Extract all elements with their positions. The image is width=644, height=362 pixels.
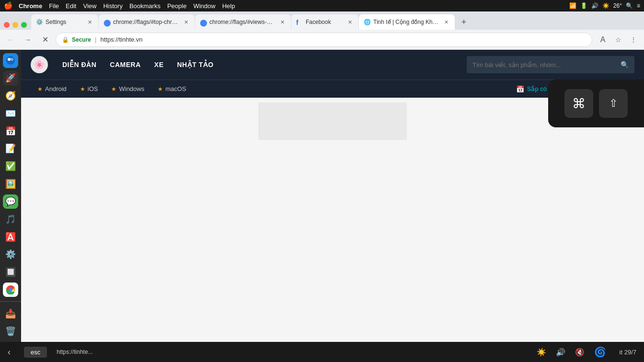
site-search-icon: 🔍	[621, 61, 629, 68]
tab-flags1-close[interactable]: ✕	[182, 18, 190, 26]
browser-content: ⌘ ⇧ 🚀 🧭 ✉️ 📅 📝 ✅ 🖼️ 💬 🎵 🅰️ ⚙️ 🔲	[0, 50, 644, 342]
bookmark-btn[interactable]: ☆	[611, 33, 625, 46]
dock-notes-icon[interactable]: 📝	[3, 141, 18, 156]
menu-people[interactable]: People	[167, 2, 186, 10]
tab-flags2-close[interactable]: ✕	[278, 18, 286, 26]
cat-ios[interactable]: ★ iOS	[73, 80, 105, 98]
dock-unknown1-icon[interactable]: 🔲	[3, 265, 18, 280]
bottom-volume-icon[interactable]: 🔊	[556, 348, 565, 357]
menu-window[interactable]: Window	[193, 2, 215, 10]
cmd-key-icon: ⌘	[564, 89, 593, 118]
cat-macos[interactable]: ★ macOS	[151, 80, 193, 98]
dock-music-icon[interactable]: 🎵	[3, 212, 18, 226]
menu-view[interactable]: View	[83, 2, 96, 10]
dock-downloads-icon[interactable]: 📥	[3, 306, 18, 321]
nav-dien-dan[interactable]: DIỄN ĐÀN	[62, 61, 96, 68]
menu-chrome[interactable]: Chrome	[19, 2, 42, 10]
bottom-brightness-icon[interactable]: ☀️	[537, 348, 546, 357]
dock-calendar-icon[interactable]: 📅	[3, 124, 18, 138]
cat-ios-label: iOS	[88, 85, 98, 92]
url-display: https://tinhte.vn	[100, 36, 142, 43]
menubar-right: 📶 🔋 🔊 ☀️ 26° 🔍 ≡	[569, 2, 640, 9]
tab-flags2-favicon: ⬤	[200, 19, 207, 25]
back-button[interactable]: ←	[4, 33, 17, 46]
tab-tinhte-favicon: 🌐	[364, 19, 370, 25]
dock-appstore-icon[interactable]: 🅰️	[3, 229, 18, 244]
dock-reminders-icon[interactable]: ✅	[3, 159, 18, 174]
brightness-icon: ☀️	[602, 2, 610, 9]
menu-history[interactable]: History	[103, 2, 122, 10]
mac-dock-sidebar: 🚀 🧭 ✉️ 📅 📝 ✅ 🖼️ 💬 🎵 🅰️ ⚙️ 🔲	[0, 50, 21, 342]
menu-edit[interactable]: Edit	[66, 2, 76, 10]
dock-chrome-icon[interactable]	[3, 283, 18, 297]
bottom-icons: ☀️ 🔊 🔇 🌀 it 29/7	[537, 346, 636, 358]
new-tab-button[interactable]: +	[457, 15, 471, 29]
nav-xe[interactable]: XE	[154, 61, 164, 68]
chrome-window: ⚙️ Settings ✕ ⬤ chrome://flags/#top-chro…	[0, 11, 644, 362]
address-bar-row: ← → ✕ 🔒 Secure | https://tinhte.vn A ☆ ⋮	[0, 30, 644, 50]
tab-settings[interactable]: ⚙️ Settings ✕	[31, 14, 98, 30]
shift-key-icon: ⇧	[599, 89, 628, 118]
keyboard-shortcut-overlay: ⌘ ⇧	[548, 79, 644, 127]
dock-systemprefs-icon[interactable]: ⚙️	[3, 247, 18, 262]
cat-windows-label: Windows	[119, 85, 144, 92]
apple-icon[interactable]: 🍎	[4, 1, 13, 10]
close-window-btn[interactable]	[4, 22, 10, 28]
wifi-icon: 📶	[569, 2, 576, 9]
dock-photos-icon[interactable]: 🖼️	[3, 177, 18, 192]
site-search-input[interactable]	[472, 61, 621, 68]
tab-tinhte[interactable]: 🌐 Tinh tế | Cộng đồng Khoa h... ✕	[359, 14, 455, 30]
tab-tinhte-close[interactable]: ✕	[442, 18, 450, 26]
bottom-mute-icon[interactable]: 🔇	[575, 348, 585, 357]
tab-flags1-title: chrome://flags/#top-chrom...	[113, 19, 179, 25]
time-display: 26°	[613, 2, 622, 9]
site-logo-icon: 🌸	[34, 59, 45, 70]
chevron-left-icon[interactable]: ‹	[8, 347, 11, 357]
dock-mail-icon[interactable]: ✉️	[3, 106, 18, 121]
dock-launchpad-icon[interactable]: 🚀	[3, 71, 18, 86]
site-logo[interactable]: 🌸	[31, 56, 48, 73]
cat-windows[interactable]: ★ Windows	[104, 80, 151, 98]
forward-button[interactable]: →	[21, 33, 34, 46]
android-star-icon: ★	[37, 86, 43, 92]
site-navbar: 🌸 DIỄN ĐÀN CAMERA XE NHẬT TẢO 🔍	[21, 50, 644, 79]
dock-safari-icon[interactable]: 🧭	[3, 89, 18, 103]
menu-items: Chrome File Edit View History Bookmarks …	[19, 2, 235, 10]
tab-settings-close[interactable]: ✕	[86, 18, 93, 26]
tab-facebook-favicon: f	[296, 19, 303, 25]
status-url: https://tinhte...	[57, 349, 92, 355]
minimize-window-btn[interactable]	[12, 22, 18, 28]
menu-file[interactable]: File	[49, 2, 59, 10]
mac-menubar: 🍎 Chrome File Edit View History Bookmark…	[0, 0, 644, 11]
tab-flags2[interactable]: ⬤ chrome://flags/#views-bro... ✕	[195, 14, 291, 30]
bottom-siri-icon[interactable]: 🌀	[594, 346, 606, 358]
dock-messages-icon[interactable]: 💬	[3, 194, 18, 209]
menu-help[interactable]: Help	[222, 2, 235, 10]
translate-btn[interactable]: A	[596, 33, 610, 46]
maximize-window-btn[interactable]	[21, 22, 27, 28]
control-center-icon[interactable]: ≡	[637, 2, 640, 9]
bottom-clock: it 29/7	[620, 349, 636, 356]
tab-flags1[interactable]: ⬤ chrome://flags/#top-chrom... ✕	[99, 14, 195, 30]
chrome-menu-btn[interactable]: ⋮	[627, 33, 640, 46]
tab-facebook[interactable]: f Facebook ✕	[291, 14, 358, 30]
nav-camera[interactable]: CAMERA	[110, 61, 140, 68]
tab-tinhte-title: Tinh tế | Cộng đồng Khoa h...	[373, 19, 439, 25]
dock-trash-icon[interactable]: 🗑️	[3, 324, 18, 339]
search-menubar-icon[interactable]: 🔍	[626, 2, 633, 9]
site-search-box[interactable]: 🔍	[467, 56, 634, 73]
tab-facebook-title: Facebook	[306, 19, 343, 25]
bottom-bar: ‹ esc https://tinhte... ☀️ 🔊 🔇 🌀 it 29/7	[0, 342, 644, 362]
volume-icon: 🔊	[591, 2, 598, 9]
tab-facebook-close[interactable]: ✕	[346, 18, 354, 26]
svg-point-2	[11, 58, 13, 61]
menu-bookmarks[interactable]: Bookmarks	[129, 2, 161, 10]
macos-star-icon: ★	[158, 86, 163, 92]
nav-nhat-tao[interactable]: NHẬT TẢO	[177, 61, 213, 68]
cat-android[interactable]: ★ Android	[31, 80, 73, 98]
reload-button[interactable]: ✕	[38, 33, 52, 46]
address-bar[interactable]: 🔒 Secure | https://tinhte.vn	[56, 33, 592, 47]
dock-finder-icon[interactable]	[3, 53, 18, 68]
esc-button[interactable]: esc	[24, 347, 47, 358]
address-separator: |	[95, 36, 96, 43]
